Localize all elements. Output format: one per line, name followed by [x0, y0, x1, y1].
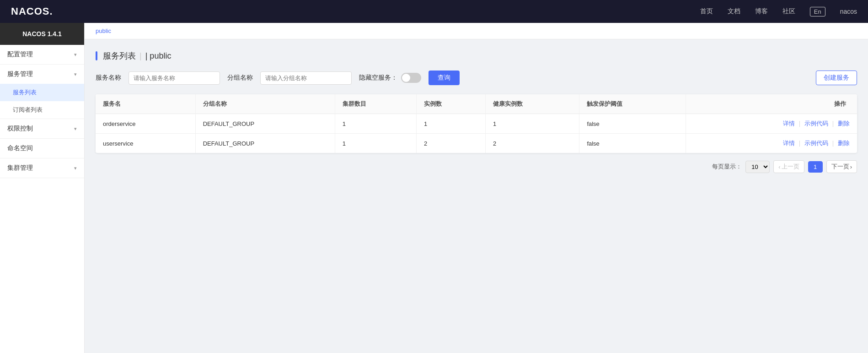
sidebar-group-namespace: 命名空间 [0, 139, 84, 158]
cell-service-name: orderservice [96, 114, 195, 134]
action-delete-link[interactable]: 删除 [838, 119, 850, 128]
col-threshold: 触发保护阈值 [579, 94, 686, 114]
cell-actions: 详情 ｜ 示例代码 ｜ 删除 [686, 134, 857, 153]
action-detail-link[interactable]: 详情 [783, 139, 795, 147]
cell-actions: 详情 ｜ 示例代码 ｜ 删除 [686, 114, 857, 134]
lang-button[interactable]: En [810, 7, 825, 16]
current-page: 1 [808, 161, 823, 173]
chevron-up-icon: ▾ [74, 71, 77, 77]
nav-links: 首页 文档 博客 社区 En nacos [700, 7, 857, 16]
table-header-row: 服务名 分组名称 集群数目 实例数 健康实例数 触发保护阈值 操作 [96, 94, 857, 114]
action-delete-link[interactable]: 删除 [838, 139, 850, 147]
content-area: 服务列表 | | public 服务名称 分组名称 隐藏空服务： 查询 创建服务 [85, 39, 868, 184]
action-sep-1: ｜ [797, 119, 803, 128]
chevron-down-icon-3: ▾ [74, 165, 77, 171]
service-name-label: 服务名称 [96, 74, 121, 82]
action-sample-link[interactable]: 示例代码 [804, 119, 828, 128]
col-group-name: 分组名称 [195, 94, 335, 114]
sidebar-group-config-header[interactable]: 配置管理 ▾ [0, 45, 84, 64]
sidebar-group-cluster-label: 集群管理 [7, 164, 33, 172]
main-content: public 服务列表 | | public 服务名称 分组名称 隐藏空服务： … [85, 23, 868, 353]
next-page-button[interactable]: 下一页 › [826, 160, 857, 173]
user-label: nacos [840, 8, 857, 15]
service-table: 服务名 分组名称 集群数目 实例数 健康实例数 触发保护阈值 操作 orders… [96, 94, 857, 153]
nav-community[interactable]: 社区 [782, 7, 795, 16]
cell-cluster-count: 1 [335, 114, 416, 134]
chevron-left-icon: ‹ [778, 163, 780, 170]
cell-service-name: userservice [96, 134, 195, 153]
logo: NACOS. [11, 5, 53, 17]
page-header: 服务列表 | | public [96, 50, 857, 61]
sidebar-group-service-header[interactable]: 服务管理 ▾ [0, 65, 84, 84]
cell-threshold: false [579, 134, 686, 153]
cell-group-name: DEFAULT_GROUP [195, 114, 335, 134]
sidebar-item-subscriber-list[interactable]: 订阅者列表 [0, 101, 84, 119]
top-navigation: NACOS. 首页 文档 博客 社区 En nacos [0, 0, 868, 23]
chevron-down-icon: ▾ [74, 52, 77, 58]
sidebar-group-auth-header[interactable]: 权限控制 ▾ [0, 119, 84, 138]
group-name-label: 分组名称 [227, 74, 253, 82]
cell-instance-count: 2 [416, 134, 485, 153]
chevron-right-icon: › [850, 163, 852, 170]
col-service-name: 服务名 [96, 94, 195, 114]
hide-empty-toggle-container: 隐藏空服务： [359, 73, 421, 83]
sidebar-group-cluster: 集群管理 ▾ [0, 158, 84, 178]
col-healthy-count: 健康实例数 [485, 94, 579, 114]
hide-empty-toggle[interactable] [401, 73, 421, 83]
sidebar-group-namespace-header[interactable]: 命名空间 [0, 139, 84, 158]
sidebar-group-service: 服务管理 ▾ 服务列表 订阅者列表 [0, 65, 84, 119]
sidebar-group-auth: 权限控制 ▾ [0, 119, 84, 139]
prev-page-button[interactable]: ‹ 上一页 [773, 160, 804, 173]
sidebar: NACOS 1.4.1 配置管理 ▾ 服务管理 ▾ 服务列表 订阅者列表 权限控… [0, 23, 85, 353]
cell-instance-count: 1 [416, 114, 485, 134]
page-title-suffix: | public [145, 51, 171, 61]
sidebar-group-namespace-label: 命名空间 [7, 144, 33, 152]
cell-group-name: DEFAULT_GROUP [195, 134, 335, 153]
filter-bar: 服务名称 分组名称 隐藏空服务： 查询 创建服务 [96, 71, 857, 85]
action-sample-link[interactable]: 示例代码 [804, 139, 828, 147]
group-name-input[interactable] [260, 71, 352, 85]
action-sep-2: ｜ [830, 119, 836, 128]
sidebar-item-service-list[interactable]: 服务列表 [0, 84, 84, 101]
col-cluster-count: 集群数目 [335, 94, 416, 114]
nav-home[interactable]: 首页 [700, 7, 713, 16]
hide-empty-label: 隐藏空服务： [359, 74, 397, 82]
page-title-sep: | [139, 51, 142, 61]
action-detail-link[interactable]: 详情 [783, 119, 795, 128]
action-sep-1: ｜ [797, 139, 803, 147]
col-actions: 操作 [686, 94, 857, 114]
col-instance-count: 实例数 [416, 94, 485, 114]
page-size-label: 每页显示： [712, 163, 742, 171]
cell-healthy-count: 2 [485, 134, 579, 153]
nav-docs[interactable]: 文档 [728, 7, 740, 16]
sidebar-group-service-label: 服务管理 [7, 70, 33, 78]
page-size-select[interactable]: 10 20 50 [745, 161, 770, 173]
sidebar-group-config-label: 配置管理 [7, 50, 33, 59]
cell-threshold: false [579, 114, 686, 134]
chevron-down-icon-2: ▾ [74, 126, 77, 132]
pagination: 每页显示： 10 20 50 ‹ 上一页 1 下一页 › [96, 153, 857, 173]
query-button[interactable]: 查询 [429, 71, 460, 85]
cell-cluster-count: 1 [335, 134, 416, 153]
sidebar-group-auth-label: 权限控制 [7, 125, 33, 133]
service-name-input[interactable] [129, 71, 220, 85]
action-sep-2: ｜ [830, 139, 836, 147]
header-divider [96, 51, 97, 60]
table-row: userservice DEFAULT_GROUP 1 2 2 false 详情… [96, 134, 857, 153]
nav-blog[interactable]: 博客 [755, 7, 768, 16]
page-title: 服务列表 [103, 50, 136, 61]
sidebar-group-config: 配置管理 ▾ [0, 45, 84, 65]
breadcrumb: public [85, 23, 868, 39]
sidebar-group-cluster-header[interactable]: 集群管理 ▾ [0, 158, 84, 178]
cell-healthy-count: 1 [485, 114, 579, 134]
sidebar-title: NACOS 1.4.1 [0, 23, 84, 45]
table-row: orderservice DEFAULT_GROUP 1 1 1 false 详… [96, 114, 857, 134]
create-service-button[interactable]: 创建服务 [816, 71, 857, 85]
